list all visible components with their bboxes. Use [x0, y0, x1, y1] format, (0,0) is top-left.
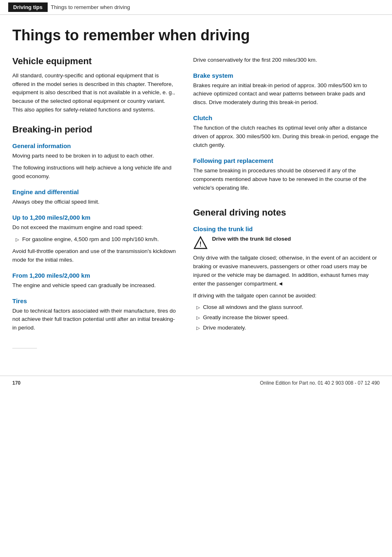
from-1200-para: The engine and vehicle speed can gradual… [12, 281, 177, 290]
right-column: Drive conservatively for the first 200 m… [193, 56, 380, 336]
up-to-1200-bullets: For gasoline engine, 4,500 rpm and 100 m… [12, 235, 177, 244]
general-driving-notes-heading: General driving notes [193, 207, 380, 218]
from-1200-heading: From 1,200 miles/2,000 km [12, 272, 177, 279]
general-info-para1: Moving parts need to be broken in to adj… [12, 152, 177, 160]
avoid-throttle-para: Avoid full-throttle operation and use of… [12, 247, 177, 265]
left-column: Vehicle equipment All standard, country-… [12, 56, 177, 336]
vehicle-equipment-para: All standard, country-specific and optio… [12, 72, 177, 115]
warning-text: Drive with the trunk lid closed [212, 235, 291, 244]
following-part-replacement-heading: Following part replacement [193, 157, 380, 164]
bullet-gasoline: For gasoline engine, 4,500 rpm and 100 m… [12, 235, 177, 244]
footer-edition-text: Online Edition for Part no. 01 40 2 903 … [260, 380, 380, 386]
bullet-drive-moderately: Drive moderately. [193, 324, 380, 332]
bullet-close-windows: Close all windows and the glass sunroof. [193, 303, 380, 312]
breaking-in-period-heading: Breaking-in period [12, 124, 177, 135]
page-number: 170 [12, 380, 21, 386]
clutch-para: The function of the clutch reaches its o… [193, 124, 380, 150]
closing-trunk-lid-heading: Closing the trunk lid [193, 225, 380, 232]
nav-breadcrumb: Things to remember when driving [51, 4, 130, 10]
general-information-heading: General information [12, 142, 177, 149]
brake-system-heading: Brake system [193, 72, 380, 79]
up-to-1200-para: Do not exceed the maximum engine and roa… [12, 223, 177, 232]
drive-conservatively-para: Drive conservatively for the first 200 m… [193, 56, 380, 65]
svg-text:!: ! [199, 241, 201, 248]
tires-heading: Tires [12, 297, 177, 304]
clutch-heading: Clutch [193, 114, 380, 121]
top-nav: Driving tips Things to remember when dri… [0, 0, 392, 15]
page-title: Things to remember when driving [12, 27, 380, 44]
page-content: Things to remember when driving Vehicle … [0, 15, 392, 367]
two-column-layout: Vehicle equipment All standard, country-… [12, 56, 380, 336]
trunk-lid-para1: Only drive with the tailgate closed; oth… [193, 254, 380, 288]
up-to-1200-heading: Up to 1,200 miles/2,000 km [12, 214, 177, 221]
general-info-para2: The following instructions will help ach… [12, 164, 177, 181]
warning-icon: ! [193, 236, 208, 251]
tires-para: Due to technical factors associated with… [12, 307, 177, 333]
trunk-lid-para2: If driving with the tailgate open cannot… [193, 292, 380, 300]
vehicle-equipment-heading: Vehicle equipment [12, 56, 177, 67]
engine-differential-heading: Engine and differential [12, 188, 177, 195]
bullet-blower-speed: Greatly increase the blower speed. [193, 313, 380, 322]
trunk-open-bullets: Close all windows and the glass sunroof.… [193, 303, 380, 332]
warning-box: ! Drive with the trunk lid closed [193, 235, 380, 251]
brake-system-para: Brakes require an initial break-in perio… [193, 81, 380, 107]
following-part-replacement-para: The same breaking in procedures should b… [193, 167, 380, 193]
nav-driving-tips[interactable]: Driving tips [8, 2, 48, 12]
page-footer: 170 Online Edition for Part no. 01 40 2 … [0, 376, 392, 390]
footer-divider [12, 348, 37, 348]
engine-differential-para: Always obey the official speed limit. [12, 198, 177, 207]
